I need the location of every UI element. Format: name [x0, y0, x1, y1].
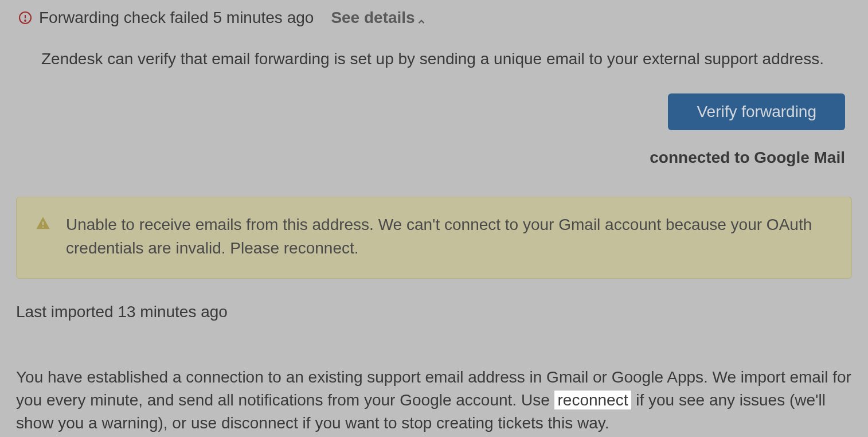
alert-circle-icon: [18, 11, 32, 25]
forwarding-status-header: Forwarding check failed 5 minutes ago Se…: [16, 9, 852, 27]
warning-message: Unable to receive emails from this addre…: [66, 213, 833, 260]
chevron-up-icon: [416, 13, 427, 23]
warning-triangle-icon: [35, 216, 51, 232]
connected-status: connected to Google Mail: [16, 149, 852, 167]
see-details-label: See details: [331, 9, 415, 27]
svg-point-2: [25, 20, 26, 21]
verify-forwarding-button[interactable]: Verify forwarding: [668, 93, 845, 130]
see-details-toggle[interactable]: See details: [331, 9, 426, 27]
svg-point-4: [42, 227, 44, 228]
forwarding-status-text: Forwarding check failed 5 minutes ago: [39, 9, 314, 27]
warning-alert-box: Unable to receive emails from this addre…: [16, 197, 852, 279]
forwarding-description: Zendesk can verify that email forwarding…: [41, 50, 852, 68]
connection-info-text: You have established a connection to an …: [16, 366, 852, 434]
reconnect-link[interactable]: reconnect: [554, 391, 632, 409]
last-imported-text: Last imported 13 minutes ago: [16, 303, 852, 321]
verify-button-row: Verify forwarding: [16, 93, 852, 130]
